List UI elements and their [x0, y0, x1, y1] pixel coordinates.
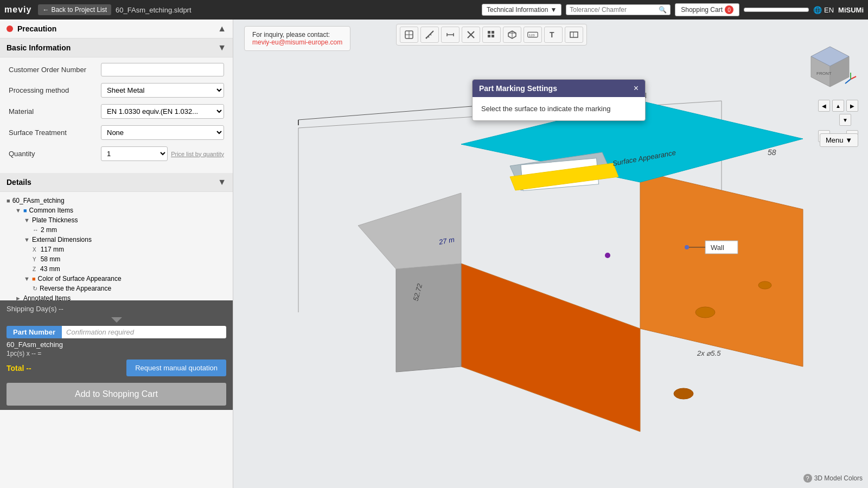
- details-collapse-button[interactable]: ▼: [218, 177, 226, 187]
- svg-line-36: [430, 34, 431, 35]
- z-axis-icon: Z: [33, 266, 36, 272]
- basic-info-form: Customer Order Number Processing method …: [0, 57, 233, 173]
- svg-point-16: [674, 388, 693, 399]
- lang-label: EN: [824, 6, 834, 14]
- inquiry-email-link[interactable]: meviy-eu@misumi-europe.com: [252, 38, 342, 46]
- extra-dropdown[interactable]: [744, 8, 809, 12]
- gdt-button[interactable]: [565, 27, 583, 43]
- shipping-chevron-icon: [111, 317, 122, 323]
- total-row: Total -- Request manual quotation: [7, 359, 226, 376]
- svg-point-22: [605, 253, 610, 258]
- basic-info-title: Basic Information: [7, 43, 71, 52]
- svg-marker-9: [396, 264, 461, 372]
- top-navigation: meviy ← Back to Project List 60_FAsm_etc…: [0, 0, 868, 20]
- details-section-header[interactable]: Details ▼: [0, 173, 233, 192]
- dialog-close-button[interactable]: ×: [634, 84, 639, 93]
- dim-tool-button[interactable]: [441, 27, 459, 43]
- svg-text:58: 58: [768, 148, 776, 157]
- text-tool-button[interactable]: T: [544, 27, 563, 43]
- surface-treatment-row: Surface Treatment None: [9, 125, 224, 140]
- shopping-cart-button[interactable]: Shopping Cart 0: [675, 3, 739, 16]
- customer-order-label: Customer Order Number: [9, 66, 101, 74]
- tolerance-search-bar[interactable]: 🔍: [566, 4, 671, 15]
- cart-label: Shopping Cart: [681, 6, 723, 14]
- tree-annotated[interactable]: ► Annotated Items: [7, 294, 226, 300]
- tree-common-items[interactable]: ▼ ■ Common Items: [7, 206, 226, 215]
- menu-button[interactable]: Menu ▼: [820, 133, 858, 147]
- precaution-dot-icon: [7, 25, 13, 32]
- dialog-title-bar: Part Marking Settings ×: [473, 80, 645, 97]
- tree-color-appearance[interactable]: ▼ ■ Color of Surface Appearance: [7, 274, 226, 283]
- globe-icon: 🌐: [813, 6, 822, 14]
- bottom-panel: Shipping Day(s) -- Part Number Confirmat…: [0, 300, 233, 410]
- price-list-link[interactable]: Price list by quantity: [171, 151, 224, 157]
- nav-cube[interactable]: FRONT: [803, 41, 857, 95]
- quantity-select[interactable]: 1: [101, 146, 168, 161]
- dimension-box-button[interactable]: 123: [524, 27, 542, 43]
- reverse-icon: ↻: [33, 285, 37, 292]
- material-select[interactable]: EN 1.0330 equiv.(EN 1.032...: [101, 104, 224, 119]
- svg-line-33: [426, 31, 433, 38]
- customer-order-input[interactable]: [101, 63, 224, 76]
- surface-treatment-select[interactable]: None: [101, 125, 224, 140]
- tree-2mm: ↔ 2 mm: [7, 226, 226, 234]
- tree-folder-icon: ■: [23, 207, 27, 214]
- tree-annotated-icon: ►: [15, 295, 21, 300]
- search-icon: 🔍: [659, 6, 667, 14]
- tree-common-label: Common Items: [29, 207, 73, 214]
- dialog-body: Select the surface to indicate the marki…: [473, 97, 645, 120]
- add-to-cart-button[interactable]: Add to Shopping Cart: [7, 383, 226, 406]
- surface-treatment-label: Surface Treatment: [9, 129, 101, 137]
- svg-rect-52: [570, 32, 578, 37]
- precaution-section-header[interactable]: Precaution ▲: [0, 20, 233, 38]
- arrow-left-button[interactable]: ◀: [818, 100, 830, 112]
- language-selector[interactable]: 🌐 EN: [813, 6, 834, 14]
- tree-plate-thickness[interactable]: ▼ Plate Thickness: [7, 216, 226, 224]
- tree-root-node: ■ 60_FAsm_etching: [7, 196, 226, 205]
- svg-point-15: [758, 281, 771, 289]
- quotation-button[interactable]: Request manual quotation: [126, 359, 226, 376]
- arrow-right-button[interactable]: ▶: [846, 100, 858, 112]
- svg-point-14: [695, 307, 715, 318]
- measure-tool-button[interactable]: [420, 27, 439, 43]
- tree-ext-dims[interactable]: ▼ External Dimensions: [7, 235, 226, 244]
- basic-info-collapse-button[interactable]: ▼: [218, 43, 226, 53]
- tolerance-search-input[interactable]: [570, 6, 656, 14]
- tree-117-label: 117 mm: [41, 246, 64, 253]
- tree-plate-icon: ▼: [24, 217, 30, 223]
- tree-58mm: Y 58 mm: [7, 255, 226, 264]
- svg-line-59: [851, 76, 856, 79]
- part-quantity-label: 1pc(s) x -- =: [7, 350, 226, 357]
- tech-info-dropdown[interactable]: Technical Information ▼: [482, 4, 561, 16]
- tree-58-label: 58 mm: [41, 255, 61, 263]
- back-button[interactable]: ← Back to Project List: [38, 4, 111, 15]
- close-tool-button[interactable]: [462, 27, 480, 43]
- precaution-collapse-button[interactable]: ▲: [218, 24, 226, 34]
- tree-color-label: Color of Surface Appearance: [38, 275, 122, 282]
- x-axis-icon: X: [33, 247, 36, 253]
- arrow-up-button[interactable]: ▲: [832, 100, 844, 112]
- customer-order-row: Customer Order Number: [9, 63, 224, 76]
- svg-rect-43: [492, 31, 494, 34]
- basic-info-section-header[interactable]: Basic Information ▼: [0, 38, 233, 57]
- model-colors-button[interactable]: ? 3D Model Colors: [803, 474, 863, 483]
- svg-line-35: [428, 36, 429, 37]
- 3d-view-button[interactable]: [503, 27, 521, 43]
- tree-color-icon: ▼: [24, 275, 30, 282]
- filename-label: 60_FAsm_etching.sldprt: [116, 6, 191, 14]
- back-button-label: Back to Project List: [51, 6, 107, 14]
- part-filename-label: 60_FAsm_etching: [7, 341, 226, 349]
- tree-reverse: ↻ Reverse the Appearance: [7, 284, 226, 293]
- part-number-value: Confirmation required: [62, 326, 226, 338]
- svg-point-21: [685, 245, 689, 249]
- grid-tool-button[interactable]: [482, 27, 501, 43]
- tree-43mm: Z 43 mm: [7, 265, 226, 273]
- processing-method-select[interactable]: Sheet Metal: [101, 83, 224, 98]
- arrow-down-button[interactable]: ▼: [839, 114, 851, 126]
- right-panel: 117 27: [233, 20, 868, 488]
- svg-text:FRONT: FRONT: [816, 71, 832, 76]
- processing-method-label: Processing method: [9, 86, 101, 94]
- left-panel: Precaution ▲ Basic Information ▼ Custome…: [0, 20, 233, 488]
- select-tool-button[interactable]: [400, 27, 418, 43]
- details-title: Details: [7, 178, 31, 187]
